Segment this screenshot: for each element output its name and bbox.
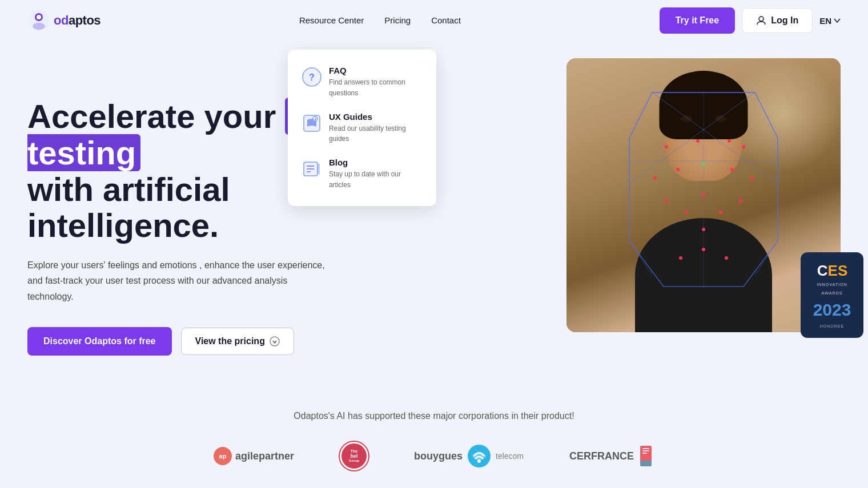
- brand-agilepartner: ap agilepartner: [214, 447, 294, 465]
- nav-links: Resource Center ? FAQ Find answers to co…: [299, 15, 461, 26]
- nav-item-resource-center[interactable]: Resource Center ? FAQ Find answers to co…: [299, 15, 364, 26]
- hero-image-wrapper: CES INNOVATION AWARDS 2023 HONOREE: [566, 58, 841, 332]
- cerfrance-text: CERFRANCE: [569, 450, 634, 462]
- faq-icon: ?: [302, 67, 322, 87]
- nav-right: Try it Free Log In EN: [660, 7, 841, 34]
- logo-icon: [27, 9, 50, 32]
- ux-guides-desc: Read our usability testing guides: [329, 124, 406, 143]
- user-icon: [756, 15, 766, 26]
- svg-point-2: [33, 23, 45, 30]
- agilepartner-icon: ap: [214, 447, 232, 465]
- brands-section: Odaptos's AI has supported these major c…: [0, 384, 868, 488]
- brand-cerfrance: CERFRANCE: [569, 445, 654, 467]
- svg-rect-38: [640, 461, 652, 466]
- svg-point-20: [676, 168, 680, 171]
- cerfrance-icon: [637, 445, 654, 467]
- svg-point-13: [759, 17, 763, 21]
- pricing-link[interactable]: Pricing: [384, 15, 411, 25]
- face-tracking-svg: [566, 58, 841, 332]
- svg-text:✦: ✦: [314, 118, 316, 121]
- svg-point-24: [685, 211, 688, 214]
- language-selector[interactable]: EN: [819, 16, 841, 26]
- svg-point-16: [665, 145, 668, 148]
- logo-text: odaptos: [54, 13, 101, 28]
- bouygues-text: bouygues: [414, 450, 463, 462]
- brand-bouygues: bouygues telecom: [414, 444, 524, 468]
- logo[interactable]: odaptos: [27, 9, 101, 32]
- nav-item-contact[interactable]: Contact: [431, 15, 461, 26]
- hero-title-part1: Accelerate your: [27, 98, 285, 135]
- arrow-down-icon: [270, 336, 280, 346]
- contact-link[interactable]: Contact: [431, 15, 461, 25]
- dropdown-item-faq[interactable]: ? FAQ Find answers to common questions: [292, 59, 432, 105]
- svg-point-36: [477, 459, 481, 463]
- svg-point-33: [725, 256, 728, 260]
- brands-row: ap agilepartner The bel Group bouygues: [27, 442, 841, 470]
- resource-center-link[interactable]: Resource Center: [299, 15, 364, 25]
- svg-point-14: [270, 337, 279, 346]
- hero-title-part2: with artificial intelligence.: [27, 171, 230, 244]
- svg-point-27: [665, 199, 668, 203]
- blog-desc: Stay up to date with our articles: [329, 170, 401, 189]
- svg-point-19: [742, 145, 745, 148]
- nav-item-pricing[interactable]: Pricing: [384, 15, 411, 26]
- svg-point-28: [739, 199, 742, 203]
- svg-text:?: ?: [309, 72, 315, 82]
- svg-point-3: [37, 15, 41, 19]
- hero-image: [566, 58, 841, 332]
- svg-rect-41: [642, 453, 647, 454]
- bouygues-sub: telecom: [496, 451, 524, 461]
- brands-title: Odaptos's AI has supported these major c…: [27, 411, 841, 421]
- faq-desc: Find answers to common questions: [329, 78, 405, 97]
- chevron-down-icon: [834, 18, 841, 23]
- resource-center-dropdown: ? FAQ Find answers to common questions ✦: [288, 50, 436, 206]
- dropdown-item-blog[interactable]: Blog Stay up to date with our articles: [292, 151, 432, 197]
- bel-icon: The bel Group: [340, 442, 368, 470]
- agilepartner-name: agilepartner: [235, 450, 294, 462]
- svg-rect-39: [642, 448, 649, 449]
- try-free-button[interactable]: Try it Free: [660, 7, 735, 34]
- svg-point-29: [653, 176, 657, 180]
- svg-point-30: [750, 176, 754, 180]
- blog-title: Blog: [329, 158, 423, 167]
- faq-title: FAQ: [329, 66, 423, 75]
- svg-point-18: [728, 139, 731, 143]
- svg-point-25: [719, 211, 722, 214]
- ux-guides-title: UX Guides: [329, 112, 423, 122]
- blog-icon: [302, 159, 322, 179]
- hero-subtitle: Explore your users' feelings and emotion…: [27, 257, 336, 304]
- dropdown-item-ux-guides[interactable]: ✦ UX Guides Read our usability testing g…: [292, 105, 432, 151]
- brand-bel: The bel Group: [340, 442, 368, 470]
- ux-guides-icon: ✦: [302, 113, 322, 134]
- svg-point-22: [730, 168, 734, 171]
- hero-buttons: Discover Odaptos for free View the prici…: [27, 327, 370, 356]
- navbar: odaptos Resource Center ? FAQ Find answe…: [0, 0, 868, 41]
- view-pricing-button[interactable]: View the pricing: [181, 328, 294, 355]
- svg-rect-40: [642, 450, 649, 451]
- bouygues-icon: [467, 444, 491, 468]
- discover-button[interactable]: Discover Odaptos for free: [27, 327, 172, 356]
- login-button[interactable]: Log In: [742, 8, 813, 33]
- svg-point-17: [696, 139, 700, 143]
- svg-point-32: [679, 256, 682, 260]
